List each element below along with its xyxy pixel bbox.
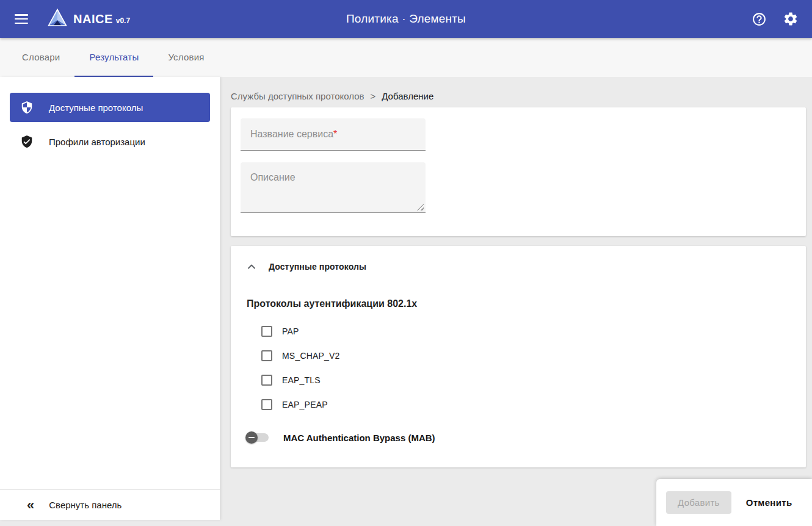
ms-chap-v2-checkbox-label: MS_CHAP_V2 [282, 351, 340, 361]
main-area: Доступные протоколы Профили авторизации … [0, 77, 812, 526]
sidebar-items: Доступные протоколы Профили авторизации [0, 77, 220, 489]
checkbox-row-ms-chap-v2[interactable]: MS_CHAP_V2 [261, 344, 791, 368]
cancel-button[interactable]: Отменить [742, 491, 796, 514]
breadcrumb-current: Добавление [382, 91, 433, 101]
breadcrumb: Службы доступных протоколов > Добавление [231, 84, 806, 107]
content-area: Службы доступных протоколов > Добавление… [220, 77, 812, 526]
collapse-panel-button[interactable]: « Свернуть панель [0, 489, 220, 520]
security-shield-icon [20, 100, 34, 115]
description-field-wrap [241, 162, 426, 213]
help-icon[interactable] [751, 11, 767, 27]
checkbox-row-pap[interactable]: PAP [261, 319, 791, 344]
service-name-input[interactable] [241, 118, 426, 150]
chevron-up-icon [245, 261, 258, 273]
protocols-section-toggle[interactable]: Доступные протоколы [245, 261, 791, 273]
eap-tls-checkbox[interactable] [261, 375, 272, 386]
ms-chap-v2-checkbox[interactable] [261, 350, 272, 361]
service-form-card: Название сервиса* [231, 107, 806, 236]
app-logo: NAICE v0.7 [48, 9, 130, 29]
settings-gear-icon[interactable] [783, 11, 799, 27]
service-name-field-wrap: Название сервиса* [241, 118, 426, 151]
collapse-panel-label: Свернуть панель [49, 500, 121, 510]
action-bar: Добавить Отменить [656, 479, 812, 526]
eap-tls-checkbox-label: EAP_TLS [282, 375, 321, 385]
eap-peap-checkbox-label: EAP_PEAP [282, 400, 328, 409]
toggle-dash-icon [248, 437, 255, 438]
verified-shield-icon [20, 134, 34, 149]
app-name: NAICE [73, 12, 113, 26]
tab-dictionaries[interactable]: Словари [7, 38, 74, 77]
tab-results[interactable]: Результаты [74, 38, 153, 77]
protocol-checkbox-list: PAP MS_CHAP_V2 EAP_TLS EAP_PEAP [261, 319, 791, 417]
protocols-section-title: Доступные протоколы [269, 262, 366, 272]
sidebar-item-authorization-profiles[interactable]: Профили авторизации [10, 127, 210, 156]
checkbox-row-eap-peap[interactable]: EAP_PEAP [261, 392, 791, 417]
description-textarea[interactable] [241, 162, 426, 212]
add-button[interactable]: Добавить [666, 491, 731, 514]
eap-peap-checkbox[interactable] [261, 399, 272, 410]
sidebar: Доступные протоколы Профили авторизации … [0, 77, 220, 520]
sidebar-item-label: Доступные протоколы [49, 103, 143, 113]
menu-icon[interactable] [15, 14, 28, 24]
checkbox-row-eap-tls[interactable]: EAP_TLS [261, 368, 791, 392]
appbar-actions [751, 11, 799, 27]
toggle-knob [245, 431, 258, 444]
tab-bar: Словари Результаты Условия [0, 38, 812, 77]
tab-conditions[interactable]: Условия [153, 38, 219, 77]
protocols-card: Доступные протоколы Протоколы аутентифик… [231, 246, 806, 467]
auth-protocols-heading: Протоколы аутентификации 802.1x [247, 298, 791, 309]
mab-toggle-switch[interactable] [245, 431, 270, 444]
mab-toggle-label: MAC Authentication Bypass (MAB) [283, 433, 435, 443]
mab-toggle-row: MAC Authentication Bypass (MAB) [245, 431, 791, 444]
sidebar-item-label: Профили авторизации [49, 137, 145, 147]
app-bar: NAICE v0.7 Политика · Элементы [0, 0, 812, 38]
sidebar-item-available-protocols[interactable]: Доступные протоколы [10, 93, 210, 122]
page-title: Политика · Элементы [346, 12, 466, 26]
breadcrumb-parent[interactable]: Службы доступных протоколов [231, 91, 364, 101]
breadcrumb-separator: > [370, 91, 375, 101]
logo-triangle-icon [48, 9, 67, 29]
pap-checkbox-label: PAP [282, 326, 299, 336]
pap-checkbox[interactable] [261, 326, 272, 337]
app-version: v0.7 [116, 16, 130, 25]
double-chevron-left-icon: « [27, 499, 34, 512]
